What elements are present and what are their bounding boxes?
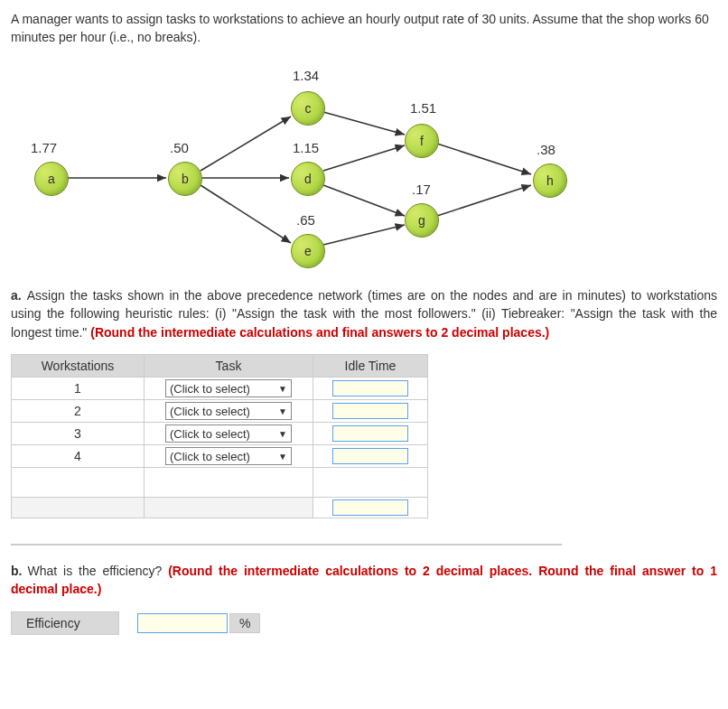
svg-line-9: [437, 185, 531, 216]
ws-cell: 3: [12, 423, 145, 445]
header-idle: Idle Time: [313, 355, 428, 378]
idle-input[interactable]: [332, 380, 408, 396]
table-row: 3 (Click to select)▼: [12, 423, 428, 445]
node-e-time: .65: [296, 212, 315, 228]
efficiency-row: Efficiency %: [11, 611, 717, 635]
svg-line-4: [323, 112, 405, 135]
task-dropdown[interactable]: (Click to select)▼: [165, 447, 292, 465]
svg-line-3: [201, 185, 291, 243]
svg-line-7: [323, 225, 405, 245]
node-h: h: [533, 163, 567, 198]
idle-input[interactable]: [332, 403, 408, 419]
node-h-time: .38: [537, 142, 555, 157]
node-d: d: [291, 162, 325, 196]
ws-cell: 1: [12, 378, 145, 400]
svg-line-8: [437, 144, 531, 174]
node-c: c: [291, 91, 325, 126]
idle-input[interactable]: [332, 425, 408, 442]
chevron-down-icon: ▼: [278, 429, 287, 439]
task-dropdown[interactable]: (Click to select)▼: [165, 424, 292, 443]
node-c-time: 1.34: [293, 68, 319, 83]
node-d-time: 1.15: [293, 140, 319, 155]
task-dropdown[interactable]: (Click to select)▼: [165, 402, 292, 420]
chevron-down-icon: ▼: [278, 406, 287, 416]
part-b-text: What is the efficiency?: [27, 564, 168, 578]
header-task: Task: [145, 355, 313, 378]
table-row: 2 (Click to select)▼: [12, 400, 428, 423]
part-a-letter: a.: [11, 288, 22, 303]
node-e: e: [291, 234, 325, 268]
chevron-down-icon: ▼: [278, 384, 287, 394]
precedence-diagram: a 1.77 b .50 c 1.34 d 1.15 e .65 f 1.51 …: [11, 53, 697, 270]
workstation-table-wrap: Workstations Task Idle Time 1 (Click to …: [11, 354, 562, 546]
task-dropdown[interactable]: (Click to select)▼: [165, 379, 292, 397]
spacer-row: [12, 468, 428, 498]
total-row: [12, 498, 428, 518]
part-a: a.Assign the tasks shown in the above pr…: [11, 286, 717, 341]
node-g-time: .17: [412, 182, 431, 197]
efficiency-input[interactable]: [137, 613, 228, 633]
part-b-letter: b.: [11, 564, 22, 578]
divider: [11, 544, 562, 546]
table-row: 1 (Click to select)▼: [12, 378, 428, 400]
node-f: f: [405, 124, 439, 158]
total-idle-input[interactable]: [332, 499, 408, 516]
node-f-time: 1.51: [410, 100, 436, 116]
header-workstations: Workstations: [12, 355, 145, 378]
part-a-redtext: (Round the intermediate calculations and…: [90, 325, 549, 340]
node-g: g: [405, 203, 439, 238]
idle-input[interactable]: [332, 448, 408, 464]
efficiency-unit: %: [229, 613, 260, 633]
efficiency-label: Efficiency: [11, 611, 119, 635]
part-b: b.What is the efficiency? (Round the int…: [11, 562, 717, 599]
svg-line-6: [323, 185, 405, 216]
diagram-arrows: [11, 53, 697, 270]
ws-cell: 4: [12, 445, 145, 468]
intro-text: A manager wants to assign tasks to works…: [11, 11, 717, 46]
table-row: 4 (Click to select)▼: [12, 445, 428, 468]
node-a: a: [34, 162, 69, 196]
node-b: b: [168, 162, 202, 196]
node-a-time: 1.77: [31, 140, 57, 155]
chevron-down-icon: ▼: [278, 452, 287, 462]
node-b-time: .50: [170, 140, 189, 155]
ws-cell: 2: [12, 400, 145, 423]
svg-line-5: [323, 145, 405, 171]
svg-line-1: [201, 117, 291, 171]
workstation-table: Workstations Task Idle Time 1 (Click to …: [11, 354, 428, 518]
